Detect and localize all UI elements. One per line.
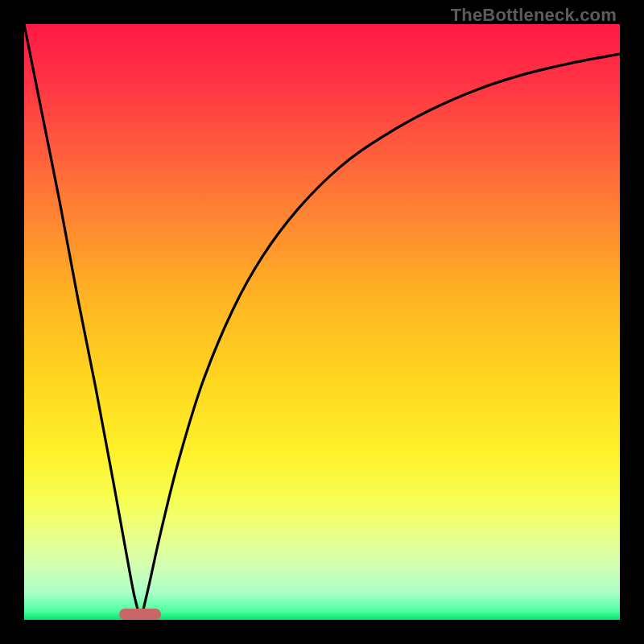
plot-area — [24, 24, 620, 620]
frame: TheBottleneck.com — [0, 0, 644, 644]
minimum-marker — [119, 609, 161, 620]
watermark-text: TheBottleneck.com — [451, 5, 617, 26]
bottleneck-curve — [24, 24, 620, 620]
